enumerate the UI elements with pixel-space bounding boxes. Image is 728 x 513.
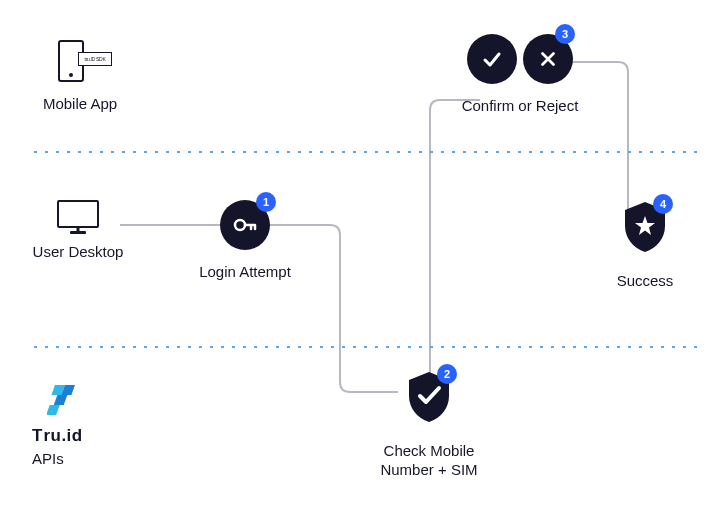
truid-apis-node: Tru.id APIs: [32, 385, 122, 469]
step-badge-1: 1: [256, 192, 276, 212]
check-mobile-label-1: Check Mobile: [354, 441, 504, 461]
reject-icon: 3: [523, 34, 573, 84]
step-badge-3: 3: [555, 24, 575, 44]
svg-rect-3: [54, 395, 68, 405]
desktop-icon: [57, 200, 99, 228]
confirm-reject-node: 3 Confirm or Reject: [440, 34, 600, 116]
sdk-card: tru.ID SDK: [78, 52, 112, 66]
success-node: 4 Success: [600, 200, 690, 290]
truid-brand-text: Tru.id: [32, 425, 122, 447]
lane-divider-1: [30, 150, 698, 154]
user-desktop-node: User Desktop: [18, 200, 138, 262]
phone-icon: tru.ID SDK: [50, 40, 110, 88]
step-badge-2: 2: [437, 364, 457, 384]
login-attempt-label: Login Attempt: [180, 262, 310, 282]
success-label: Success: [600, 271, 690, 291]
user-desktop-label: User Desktop: [18, 242, 138, 262]
mobile-app-label: Mobile App: [30, 94, 130, 114]
svg-rect-4: [47, 405, 60, 415]
lane-divider-2: [30, 345, 698, 349]
check-mobile-label-2: Number + SIM: [354, 460, 504, 480]
confirm-icon: [467, 34, 517, 84]
key-icon: 1: [220, 200, 270, 250]
confirm-reject-label: Confirm or Reject: [440, 96, 600, 116]
check-mobile-node: 2 Check Mobile Number + SIM: [354, 370, 504, 480]
apis-label: APIs: [32, 449, 122, 469]
truid-logo-icon: [47, 385, 107, 421]
step-badge-4: 4: [653, 194, 673, 214]
svg-point-0: [235, 220, 245, 230]
mobile-app-node: tru.ID SDK Mobile App: [30, 40, 130, 114]
login-attempt-node: 1 Login Attempt: [180, 200, 310, 282]
